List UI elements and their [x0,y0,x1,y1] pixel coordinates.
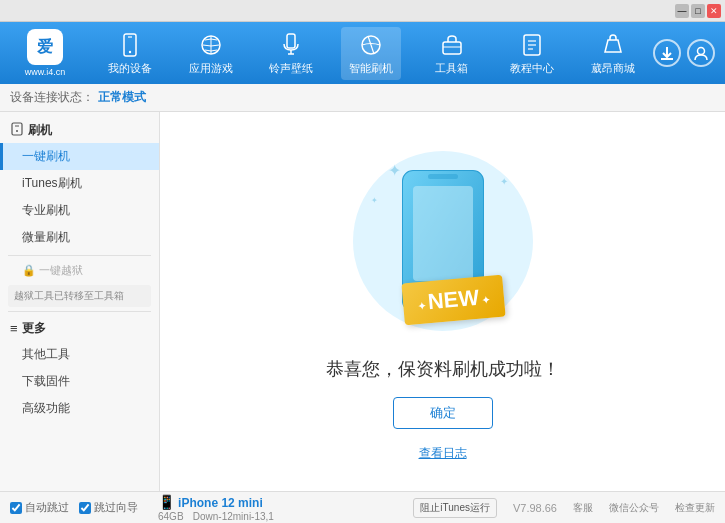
navbar-item-label-tutorial: 教程中心 [510,61,554,76]
device-storage: 64GB [158,511,184,522]
navbar-items: 我的设备 应用游戏 铃声壁纸 智能刷机 工具箱 [90,27,653,80]
toolbox-icon [438,31,466,59]
status-value: 正常模式 [98,89,146,106]
phone-illustration: ✦ ✦ ✦ N [343,141,543,341]
sidebar-item-one-key-flash[interactable]: 一键刷机 [0,143,159,170]
sidebar-section-flash[interactable]: 刷机 [0,118,159,143]
svg-point-2 [129,50,131,52]
close-button[interactable]: ✕ [707,4,721,18]
navbar-item-ringtones[interactable]: 铃声壁纸 [261,27,321,80]
navbar-item-apps-games[interactable]: 应用游戏 [181,27,241,80]
auto-skip-label: 自动跳过 [25,500,69,515]
service-link[interactable]: 客服 [573,501,593,515]
navbar-item-weibo-store[interactable]: 葳昂商城 [583,27,643,80]
update-link[interactable]: 检查更新 [675,501,715,515]
auto-skip-checkbox[interactable]: 自动跳过 [10,500,69,515]
skip-wizard-label: 跳过向导 [94,500,138,515]
smart-flash-icon [357,31,385,59]
navbar-item-toolbox[interactable]: 工具箱 [422,27,482,80]
main-area: 刷机 一键刷机 iTunes刷机 专业刷机 微量刷机 🔒 一键越狱 越狱工具已转… [0,112,725,491]
navbar-right [653,39,725,67]
navbar-item-label-toolbox: 工具箱 [435,61,468,76]
device-name: iPhone 12 mini [178,496,263,510]
svg-rect-9 [443,42,461,54]
bottombar-right: 阻止iTunes运行 V7.98.66 客服 微信公众号 检查更新 [413,498,715,518]
more-section-label: 更多 [22,320,46,337]
lock-icon: 🔒 [22,264,36,277]
device-phone-icon: 📱 [158,494,175,510]
sidebar-section-jailbreak: 🔒 一键越狱 [0,260,159,281]
titlebar: — □ ✕ [0,0,725,22]
my-device-icon [116,31,144,59]
navbar-item-smart-flash[interactable]: 智能刷机 [341,27,401,80]
more-section-icon: ≡ [10,321,18,336]
sidebar-item-other-tools[interactable]: 其他工具 [0,341,159,368]
svg-rect-18 [12,123,22,135]
sidebar-item-micro-flash[interactable]: 微量刷机 [0,224,159,251]
navbar-item-tutorial[interactable]: 教程中心 [502,27,562,80]
jailbreak-label: 一键越狱 [39,263,83,278]
navbar-item-label-weibo-store: 葳昂商城 [591,61,635,76]
sidebar-item-pro-flash[interactable]: 专业刷机 [0,197,159,224]
logo[interactable]: 爱 www.i4.cn [0,25,90,81]
apps-games-icon [197,31,225,59]
new-badge: NEW [401,275,505,326]
navbar-item-label-my-device: 我的设备 [108,61,152,76]
device-info: 📱 iPhone 12 mini 64GB Down-12mini-13,1 [158,494,274,522]
navbar-item-label-ringtones: 铃声壁纸 [269,61,313,76]
navbar-item-label-smart-flash: 智能刷机 [349,61,393,76]
sidebar-item-download-firmware[interactable]: 下载固件 [0,368,159,395]
sidebar-section-more[interactable]: ≡ 更多 [0,316,159,341]
user-button[interactable] [687,39,715,67]
content-area: ✦ ✦ ✦ N [160,112,725,491]
confirm-button[interactable]: 确定 [393,397,493,429]
svg-rect-23 [413,186,473,281]
logo-text: www.i4.cn [25,67,66,77]
status-bar: 设备连接状态： 正常模式 [0,84,725,112]
skip-wizard-input[interactable] [79,502,91,514]
version-text: V7.98.66 [513,502,557,514]
divider-2 [8,311,151,312]
logo-icon: 爱 [27,29,63,65]
auto-skip-input[interactable] [10,502,22,514]
maximize-button[interactable]: □ [691,4,705,18]
wechat-link[interactable]: 微信公众号 [609,501,659,515]
svg-rect-24 [428,174,458,179]
svg-point-20 [16,130,18,132]
weibo-store-icon [599,31,627,59]
flash-section-label: 刷机 [28,122,52,139]
navbar-item-my-device[interactable]: 我的设备 [100,27,160,80]
sidebar-item-itunes-flash[interactable]: iTunes刷机 [0,170,159,197]
sidebar: 刷机 一键刷机 iTunes刷机 专业刷机 微量刷机 🔒 一键越狱 越狱工具已转… [0,112,160,491]
skip-wizard-checkbox[interactable]: 跳过向导 [79,500,138,515]
divider-1 [8,255,151,256]
tutorial-icon [518,31,546,59]
bottombar-left: 自动跳过 跳过向导 📱 iPhone 12 mini 64GB Down-12m… [10,494,413,522]
flash-section-icon [10,122,24,139]
ringtones-icon [277,31,305,59]
success-area: ✦ ✦ ✦ N [326,141,560,462]
sparkle-2: ✦ [500,176,508,187]
navbar: 爱 www.i4.cn 我的设备 应用游戏 铃声壁纸 智能刷机 [0,22,725,84]
success-text: 恭喜您，保资料刷机成功啦！ [326,357,560,381]
navbar-item-label-apps-games: 应用游戏 [189,61,233,76]
stop-itunes-button[interactable]: 阻止iTunes运行 [413,498,497,518]
svg-rect-5 [287,34,295,48]
minimize-button[interactable]: — [675,4,689,18]
svg-point-17 [698,48,705,55]
download-button[interactable] [653,39,681,67]
jailbreak-note: 越狱工具已转移至工具箱 [8,285,151,307]
sidebar-item-advanced[interactable]: 高级功能 [0,395,159,422]
bottom-bar: 自动跳过 跳过向导 📱 iPhone 12 mini 64GB Down-12m… [0,491,725,523]
sparkle-3: ✦ [371,196,378,205]
goto-log-link[interactable]: 查看日志 [419,445,467,462]
device-model: Down-12mini-13,1 [193,511,274,522]
status-label: 设备连接状态： [10,89,94,106]
